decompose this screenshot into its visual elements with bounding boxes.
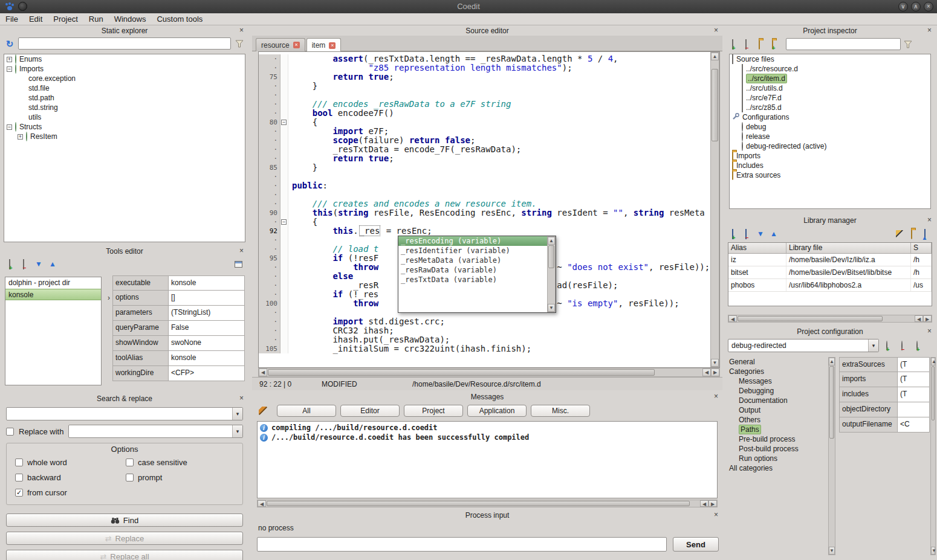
- completion-item[interactable]: _resIdentifier (variable): [398, 246, 547, 256]
- close-tab-icon[interactable]: ×: [329, 42, 336, 49]
- project-item-src-e7f-d[interactable]: ../src/e7F.d: [730, 93, 930, 103]
- send-button[interactable]: Send: [673, 537, 719, 552]
- config-property-value[interactable]: <C: [897, 417, 930, 433]
- completion-item[interactable]: _resEncoding (variable): [398, 236, 547, 246]
- add-folder-sources-button[interactable]: +: [768, 38, 780, 50]
- tool-property-value[interactable]: <CFP>: [168, 366, 245, 381]
- clear-messages-button[interactable]: [257, 405, 269, 417]
- add-library-button[interactable]: +: [728, 228, 740, 240]
- category-pre-build-process[interactable]: Pre-build process: [727, 434, 826, 444]
- completion-item[interactable]: _resMetaData (variable): [398, 256, 547, 265]
- close-panel-icon[interactable]: ×: [238, 27, 245, 34]
- close-panel-icon[interactable]: ×: [712, 511, 720, 519]
- dropdown-arrow-icon[interactable]: ▾: [232, 408, 242, 420]
- project-item-debug[interactable]: debug: [730, 122, 930, 132]
- library-horizontal-scrollbar[interactable]: ◀ ◀ ▶: [728, 315, 932, 323]
- category-tree-scrollbar[interactable]: ▲ ▼: [828, 357, 835, 555]
- search-combo[interactable]: ▾: [6, 407, 243, 420]
- category-messages[interactable]: Messages: [727, 376, 826, 386]
- library-row-iz[interactable]: iz/home/basile/Dev/Iz/lib/iz.a/h: [728, 254, 932, 266]
- replace-combo[interactable]: ▾: [68, 425, 243, 438]
- tool-property-value[interactable]: False: [168, 321, 245, 336]
- tool-item-dolphin-project-dir[interactable]: dolphin - project dir: [5, 277, 101, 289]
- tab-item[interactable]: item×: [306, 38, 342, 52]
- symbol-enums[interactable]: +Enums: [4, 54, 245, 64]
- tool-item-konsole[interactable]: konsole: [5, 289, 101, 300]
- dropdown-arrow-icon[interactable]: ▾: [232, 425, 242, 437]
- code-line[interactable]: ·− {: [259, 217, 710, 227]
- project-item-src-item-d[interactable]: ../src/item.d: [730, 74, 930, 83]
- scrollbar-thumb[interactable]: [548, 245, 554, 268]
- category-run-options[interactable]: Run options: [727, 454, 826, 463]
- add-configuration-button[interactable]: +: [882, 340, 894, 352]
- tool-property-value[interactable]: (TStringList): [168, 306, 245, 321]
- scroll-right-icon[interactable]: ▶: [923, 315, 932, 322]
- replace-button[interactable]: ⇄ Replace: [6, 532, 243, 545]
- scrollbar-thumb[interactable]: [267, 501, 690, 506]
- symbol-core-exception[interactable]: core.exception: [4, 74, 245, 83]
- code-line[interactable]: · "z85 representation length mismatches"…: [259, 63, 710, 72]
- symbol-std-path[interactable]: std.path: [4, 93, 245, 103]
- symbol-structs[interactable]: −Structs: [4, 122, 245, 132]
- code-line[interactable]: · assert(_resTxtData.length == _resRawDa…: [259, 54, 710, 63]
- clone-configuration-button[interactable]: +: [912, 340, 924, 352]
- remove-tool-button[interactable]: −: [19, 258, 31, 270]
- collapse-minus-icon[interactable]: −: [7, 66, 12, 72]
- scroll-left-icon[interactable]: ◀: [700, 500, 708, 507]
- maximize-button[interactable]: ∧: [911, 2, 921, 11]
- category-post-build-process[interactable]: Post-build process: [727, 444, 826, 454]
- inspector-filter-input[interactable]: [786, 38, 901, 50]
- dropdown-arrow-icon[interactable]: ▾: [868, 340, 878, 352]
- scrollbar-thumb[interactable]: [738, 316, 883, 321]
- from-cursor-checkbox[interactable]: ✓: [15, 489, 23, 497]
- project-item-src-z85-d[interactable]: ../src/z85.d: [730, 103, 930, 112]
- code-line[interactable]: · }: [259, 82, 710, 91]
- add-source-button[interactable]: +: [728, 38, 740, 50]
- completion-scrollbar[interactable]: ▲ ▼: [547, 236, 556, 312]
- scrollbar-thumb[interactable]: [932, 366, 935, 420]
- move-tool-up-button[interactable]: ▲: [47, 258, 59, 270]
- tool-property-value[interactable]: []: [168, 291, 245, 306]
- expand-plus-icon[interactable]: +: [18, 134, 23, 140]
- option-case-sensitive[interactable]: case sensitive: [126, 458, 234, 467]
- config-property-value[interactable]: (T: [897, 372, 930, 387]
- symbol-filter-input[interactable]: [18, 37, 231, 50]
- code-line[interactable]: ·: [259, 91, 710, 100]
- symbol-std-string[interactable]: std.string: [4, 103, 245, 112]
- scrollbar-thumb[interactable]: [268, 369, 655, 376]
- process-input-field[interactable]: [257, 537, 667, 552]
- config-property-value[interactable]: [897, 402, 930, 417]
- scroll-up-icon[interactable]: ▲: [711, 53, 719, 60]
- filter-all[interactable]: All: [277, 405, 336, 417]
- project-item-src-resource-d[interactable]: ../src/resource.d: [730, 64, 930, 74]
- close-panel-icon[interactable]: ×: [238, 394, 245, 402]
- code-line[interactable]: · _resTxtData = encode_7F(_resRawData);: [259, 145, 710, 154]
- code-line[interactable]: 105 _initialSum = crc322uint(ihash.finis…: [259, 344, 710, 353]
- scroll-left-icon[interactable]: ◀: [259, 369, 267, 376]
- code-line[interactable]: 85 }: [259, 163, 710, 172]
- code-line[interactable]: 92 this._res = resEnc;: [259, 227, 710, 236]
- symbol-imports[interactable]: −Imports: [4, 64, 245, 74]
- open-library-folder-button[interactable]: [907, 228, 919, 240]
- code-line[interactable]: 80− {: [259, 118, 710, 127]
- tool-property-value[interactable]: swoNone: [168, 336, 245, 351]
- code-line[interactable]: ·: [259, 190, 710, 199]
- scroll-left-icon[interactable]: ◀: [915, 315, 923, 322]
- category-categories[interactable]: Categories: [727, 367, 826, 376]
- message-row[interactable]: icompiling /.../build/resource.d.coedit: [258, 423, 717, 433]
- case-sensitive-checkbox[interactable]: [126, 459, 134, 466]
- code-area[interactable]: · assert(_resTxtData.length == _resRawDa…: [259, 52, 710, 367]
- close-panel-icon[interactable]: ×: [926, 27, 933, 34]
- symbol-resitem[interactable]: +ResItem: [4, 132, 245, 141]
- library-row-phobos[interactable]: phobos/usr/lib64/libphobos2.a/us: [728, 279, 932, 292]
- project-item-imports[interactable]: Imports: [730, 151, 930, 161]
- code-line[interactable]: · CRC32 ihash;: [259, 326, 710, 335]
- scroll-down-icon[interactable]: ▼: [931, 547, 935, 555]
- tool-property-value[interactable]: konsole: [168, 275, 245, 291]
- menu-project[interactable]: Project: [48, 13, 83, 25]
- menu-file[interactable]: File: [0, 13, 24, 25]
- option-prompt[interactable]: prompt: [126, 473, 234, 482]
- message-row[interactable]: i/.../build/resource.d.coedit has been s…: [258, 433, 717, 442]
- project-item-release[interactable]: release: [730, 132, 930, 141]
- project-item-debug-redirected-active[interactable]: debug-redirected (active): [730, 141, 930, 151]
